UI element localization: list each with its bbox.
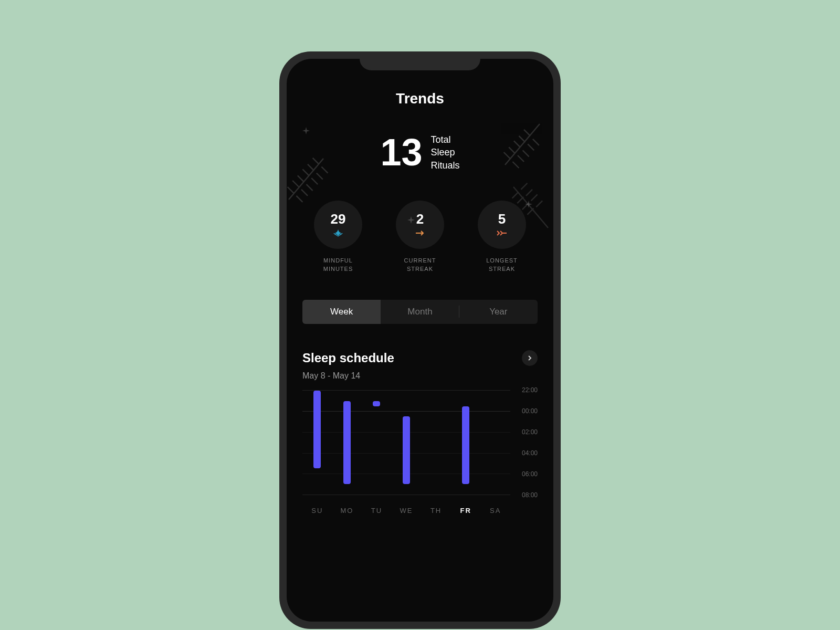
stat-value: 29 — [331, 211, 346, 227]
x-tick-label: WE — [392, 507, 422, 514]
stat-circle: 2 — [396, 201, 444, 249]
chart-bar[interactable] — [373, 401, 380, 406]
x-tick-label: TU — [362, 507, 392, 514]
x-tick-label: TH — [421, 507, 451, 514]
tab-week[interactable]: Week — [302, 300, 381, 324]
chart-bar[interactable] — [403, 416, 410, 484]
date-range: May 8 - May 14 — [302, 371, 538, 381]
x-tick-label: MO — [332, 507, 362, 514]
tab-month[interactable]: Month — [381, 300, 459, 324]
time-range-tabs: Week Month Year — [302, 300, 538, 324]
chart-x-axis: SUMOTUWETHFRSA — [302, 507, 538, 514]
hero-label: Total Sleep Rituals — [431, 133, 460, 172]
tab-year[interactable]: Year — [459, 300, 538, 324]
arrow-right-icon — [415, 229, 425, 238]
hero-label-line: Rituals — [431, 159, 460, 172]
stat-label: CURRENT STREAK — [404, 256, 436, 274]
x-tick-label: SA — [480, 507, 510, 514]
x-tick-label: FR — [451, 507, 481, 514]
phone-screen: Trends — [287, 59, 553, 622]
chart-plot-area — [302, 390, 510, 495]
stat-value: 5 — [498, 211, 506, 227]
chevron-right-icon — [528, 355, 532, 361]
chart-bar[interactable] — [462, 406, 469, 485]
lotus-icon — [332, 229, 344, 238]
stat-mindful-minutes[interactable]: 29 MINDFUL MINUTES — [314, 201, 362, 274]
sleep-chart: 22:0000:0002:0004:0006:0008:00 — [302, 390, 538, 495]
hero-value: 13 — [380, 133, 422, 171]
stat-circle: 29 — [314, 201, 362, 249]
chart-bar[interactable] — [313, 391, 321, 469]
x-tick-label: SU — [302, 507, 332, 514]
sleep-detail-button[interactable] — [522, 350, 538, 366]
y-tick-label: 04:00 — [522, 449, 538, 457]
y-tick-label: 22:00 — [522, 386, 538, 394]
page-title: Trends — [302, 90, 538, 107]
hero-label-line: Total — [431, 133, 460, 146]
stats-row: 29 MINDFUL MINUTES 2 — [302, 201, 538, 274]
phone-notch — [360, 51, 480, 70]
chart-y-axis: 22:0000:0002:0004:0006:0008:00 — [510, 390, 538, 495]
sleep-section-header: Sleep schedule — [302, 350, 538, 366]
stat-label: LONGEST STREAK — [486, 256, 518, 274]
hero-label-line: Sleep — [431, 146, 460, 159]
section-title: Sleep schedule — [302, 351, 394, 365]
stat-longest-streak[interactable]: 5 LONGEST STREAK — [478, 201, 526, 274]
y-tick-label: 08:00 — [522, 491, 538, 499]
stat-circle: 5 — [478, 201, 526, 249]
y-tick-label: 02:00 — [522, 428, 538, 436]
phone-frame: Trends — [279, 51, 561, 629]
double-arrow-right-icon — [496, 229, 508, 238]
y-tick-label: 06:00 — [522, 470, 538, 478]
hero-metric: 13 Total Sleep Rituals — [302, 133, 538, 172]
chart-bar[interactable] — [343, 401, 351, 484]
stat-current-streak[interactable]: 2 CURRENT STREAK — [396, 201, 444, 274]
y-tick-label: 00:00 — [522, 407, 538, 415]
stat-label: MINDFUL MINUTES — [323, 256, 353, 274]
stat-value: 2 — [416, 211, 424, 227]
